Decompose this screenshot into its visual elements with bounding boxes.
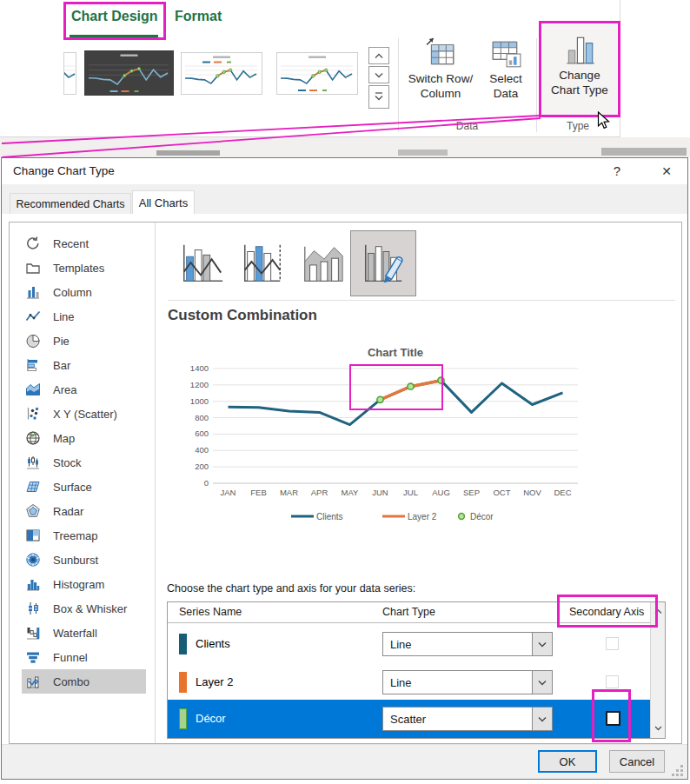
series-table-scrollbar[interactable]: [650, 602, 665, 738]
change-chart-type-button[interactable]: Change Chart Type: [542, 24, 617, 115]
scrollbar-up-button[interactable]: [651, 602, 665, 621]
switch-row-column-label-2: Column: [421, 86, 461, 101]
switch-row-column-icon: [424, 35, 457, 71]
gallery-scroll-up-button[interactable]: [368, 47, 389, 64]
select-data-button[interactable]: Select Data: [479, 35, 533, 101]
sidebar-item-column[interactable]: Column: [10, 280, 156, 304]
sidebar-item-line[interactable]: Line: [10, 304, 156, 329]
combo-type-clustered-column-line-on-secondary-axis[interactable]: [239, 240, 286, 287]
chart-style-thumbnail-3[interactable]: [276, 52, 358, 95]
sidebar-item-recent[interactable]: Recent: [10, 231, 156, 256]
series-name: Décor: [196, 712, 226, 725]
secondary-axis-checkbox[interactable]: [606, 711, 620, 726]
sidebar-item-label: Waterfall: [53, 627, 97, 640]
column-chart-type: Chart Type: [382, 606, 435, 618]
waterfall-icon: [25, 625, 41, 641]
sidebar-item-x-y-scatter[interactable]: X Y (Scatter): [10, 402, 156, 426]
chart-type-dropdown[interactable]: Scatter: [382, 707, 553, 731]
sidebar-item-label: Map: [53, 432, 75, 445]
help-button[interactable]: ?: [606, 162, 628, 181]
dropdown-arrow-button[interactable]: [532, 708, 552, 730]
tab-all-charts[interactable]: All Charts: [132, 190, 195, 214]
bar-icon: [25, 357, 41, 373]
sidebar-item-label: Bar: [53, 359, 70, 372]
chart-type-value: Scatter: [390, 713, 426, 726]
svg-text:OCT: OCT: [493, 488, 510, 497]
sidebar-item-radar[interactable]: Radar: [10, 499, 156, 523]
svg-text:1400: 1400: [190, 363, 209, 373]
chart-preview: Chart Title0200400600800100012001400JANF…: [180, 342, 597, 532]
map-icon: [25, 430, 41, 446]
sidebar-item-pie[interactable]: Pie: [10, 329, 156, 353]
sidebar-item-stock[interactable]: Stock: [10, 450, 156, 475]
tab-recommended-charts[interactable]: Recommended Charts: [10, 193, 131, 214]
series-row-d-cor[interactable]: Décor Scatter: [168, 700, 651, 738]
sidebar-item-templates[interactable]: Templates: [10, 256, 156, 280]
series-name: Clients: [196, 637, 230, 650]
area-icon: [25, 382, 41, 397]
chart-type-dropdown[interactable]: Line: [382, 670, 553, 694]
combo-type-custom-combination[interactable]: [360, 240, 407, 287]
sidebar-item-treemap[interactable]: Treemap: [10, 523, 156, 548]
sidebar-item-bar[interactable]: Bar: [10, 353, 156, 377]
sidebar-item-label: Histogram: [53, 578, 104, 591]
svg-text:800: 800: [195, 413, 209, 422]
series-row-clients[interactable]: Clients Line: [168, 623, 651, 665]
templates-icon: [25, 260, 41, 276]
chart-style-thumbnail-dark[interactable]: [84, 50, 174, 96]
resize-grip[interactable]: [671, 765, 685, 777]
sidebar-item-area[interactable]: Area: [10, 377, 156, 402]
scatter-icon: [25, 406, 41, 422]
sidebar-item-surface[interactable]: Surface: [10, 475, 156, 499]
scrollbar-down-button[interactable]: [651, 719, 665, 738]
sidebar-item-label: Recent: [53, 237, 89, 250]
background-window-fragment: [156, 150, 220, 156]
cancel-button[interactable]: Cancel: [609, 750, 665, 773]
sidebar-item-sunburst[interactable]: Sunburst: [10, 548, 156, 572]
select-data-label-2: Data: [494, 86, 519, 101]
chart-preview-svg: Chart Title0200400600800100012001400JANF…: [180, 342, 597, 532]
ribbon-group-separator: [398, 38, 399, 132]
sidebar-item-map[interactable]: Map: [10, 426, 156, 450]
series-row-layer-2[interactable]: Layer 2 Line: [168, 665, 651, 700]
sidebar-item-box-whisker[interactable]: Box & Whisker: [10, 596, 156, 621]
chart-style-thumbnail-partial[interactable]: [63, 52, 76, 95]
sidebar-item-funnel[interactable]: Funnel: [10, 645, 156, 669]
chart-style-thumbnail-2[interactable]: [181, 52, 262, 95]
sidebar-item-label: Stock: [53, 456, 82, 469]
dropdown-arrow-button[interactable]: [532, 671, 552, 694]
close-button[interactable]: ✕: [655, 162, 678, 181]
sidebar-item-histogram[interactable]: Histogram: [10, 572, 156, 596]
svg-text:JUL: JUL: [403, 488, 418, 497]
gallery-more-button[interactable]: [368, 85, 389, 109]
sidebar-item-combo[interactable]: Combo: [10, 669, 156, 694]
combo-type-clustered-column-line[interactable]: [178, 240, 225, 287]
dropdown-arrow-button[interactable]: [532, 633, 552, 655]
line-icon: [25, 309, 41, 324]
secondary-axis-checkbox[interactable]: [606, 675, 619, 688]
ribbon-tab-format[interactable]: Format: [175, 9, 222, 24]
svg-text:0: 0: [204, 478, 209, 488]
sidebar-item-waterfall[interactable]: Waterfall: [10, 621, 156, 645]
change-chart-type-icon: [562, 33, 597, 68]
svg-text:200: 200: [195, 462, 209, 471]
ribbon-tab-chart-design[interactable]: Chart Design: [71, 9, 158, 24]
sidebar-item-label: Surface: [53, 481, 92, 494]
chart-type-dropdown[interactable]: Line: [382, 632, 553, 656]
gallery-scroll-down-button[interactable]: [368, 66, 389, 83]
sidebar-item-label: Line: [53, 310, 75, 323]
ok-button[interactable]: OK: [538, 750, 597, 773]
section-heading: Custom Combination: [168, 307, 317, 324]
stock-icon: [25, 455, 41, 470]
sidebar-item-label: Sunburst: [53, 554, 98, 567]
recent-icon: [25, 236, 41, 251]
combo-type-stacked-area-clustered-column[interactable]: [300, 240, 347, 287]
sidebar-item-label: Treemap: [53, 529, 98, 542]
secondary-axis-checkbox[interactable]: [606, 637, 619, 650]
series-color-swatch: [179, 708, 187, 729]
sidebar-item-label: Funnel: [53, 651, 88, 664]
chart-type-value: Line: [390, 676, 412, 689]
switch-row-column-button[interactable]: Switch Row/ Column: [402, 35, 479, 101]
pie-icon: [25, 333, 41, 349]
chevron-down-icon: [375, 72, 383, 78]
